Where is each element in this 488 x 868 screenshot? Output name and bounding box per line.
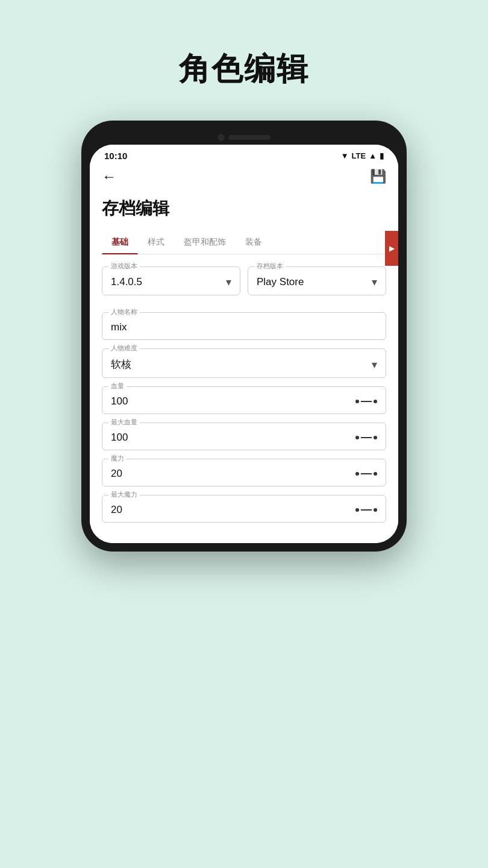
mp-value: 20 [111, 468, 122, 480]
max-hp-value: 100 [111, 432, 128, 444]
difficulty-dropdown-icon: ▾ [372, 358, 377, 371]
tab-armor[interactable]: 盔甲和配饰 [174, 231, 236, 254]
hp-value-row: 100 [111, 395, 377, 407]
phone-screen: 10:10 ▼ LTE ▲ ▮ ← 💾 存档编辑 基础 样式 盔甲和配饰 装备 [90, 145, 398, 543]
mp-label: 魔力 [108, 454, 127, 463]
save-version-dropdown-icon: ▾ [372, 275, 377, 289]
app-bar: ← 💾 [90, 165, 398, 191]
game-version-value-row: 1.4.0.5 ▾ [111, 275, 231, 289]
max-hp-value-row: 100 [111, 432, 377, 444]
difficulty-label: 人物难度 [108, 344, 140, 353]
difficulty-value-row: 软核 ▾ [111, 357, 377, 371]
difficulty-field[interactable]: 人物难度 软核 ▾ [102, 348, 386, 378]
version-row: 游戏版本 1.4.0.5 ▾ 存档版本 Play Store ▾ [102, 266, 386, 304]
max-hp-label: 最大血量 [108, 418, 140, 427]
save-version-value: Play Store [257, 276, 304, 288]
save-version-label: 存档版本 [254, 262, 286, 271]
screen-title: 存档编辑 [102, 197, 386, 220]
save-version-field[interactable]: 存档版本 Play Store ▾ [248, 266, 386, 295]
max-mp-field[interactable]: 最大魔力 20 [102, 495, 386, 523]
page-title: 角色编辑 [179, 48, 309, 90]
hp-label: 血量 [108, 382, 127, 391]
phone-notch [90, 129, 398, 145]
game-version-value: 1.4.0.5 [111, 276, 142, 288]
game-version-field[interactable]: 游戏版本 1.4.0.5 ▾ [102, 266, 240, 295]
character-name-field[interactable]: 人物名称 mix [102, 312, 386, 340]
back-button[interactable]: ← [102, 168, 116, 185]
wifi-icon: ▼ [341, 151, 349, 160]
tabs-row: 基础 样式 盔甲和配饰 装备 [102, 231, 386, 254]
status-time: 10:10 [104, 151, 127, 161]
max-mp-value: 20 [111, 504, 122, 516]
save-version-value-row: Play Store ▾ [257, 275, 377, 289]
max-mp-value-row: 20 [111, 504, 377, 516]
hp-field[interactable]: 血量 100 [102, 386, 386, 414]
hp-value: 100 [111, 395, 128, 407]
battery-icon: ▮ [380, 151, 384, 160]
mp-field[interactable]: 魔力 20 [102, 459, 386, 486]
signal-icon: ▲ [369, 151, 377, 160]
max-hp-field[interactable]: 最大血量 100 [102, 423, 386, 450]
max-mp-label: 最大魔力 [108, 490, 140, 499]
status-icons: ▼ LTE ▲ ▮ [341, 151, 384, 160]
max-mp-stepper[interactable] [355, 508, 377, 512]
phone-speaker [228, 135, 271, 140]
hp-stepper[interactable] [355, 400, 377, 403]
tab-basics[interactable]: 基础 [102, 231, 138, 254]
mp-value-row: 20 [111, 468, 377, 480]
screen-content: 存档编辑 基础 样式 盔甲和配饰 装备 ▶ 游戏版本 1.4.0.5 [90, 191, 398, 543]
character-name-value: mix [111, 321, 377, 333]
difficulty-value: 软核 [111, 357, 131, 371]
character-name-label: 人物名称 [108, 307, 140, 316]
game-version-dropdown-icon: ▾ [226, 275, 231, 289]
lte-label: LTE [352, 151, 366, 160]
phone-camera [217, 134, 225, 141]
max-hp-stepper[interactable] [355, 436, 377, 439]
phone-wrapper: 10:10 ▼ LTE ▲ ▮ ← 💾 存档编辑 基础 样式 盔甲和配饰 装备 [81, 121, 407, 552]
tab-overflow-indicator: ▶ [385, 231, 398, 266]
tab-style[interactable]: 样式 [138, 231, 174, 254]
tab-equipment[interactable]: 装备 [236, 231, 272, 254]
game-version-label: 游戏版本 [108, 262, 140, 271]
save-button[interactable]: 💾 [370, 169, 386, 184]
status-bar: 10:10 ▼ LTE ▲ ▮ [90, 145, 398, 165]
mp-stepper[interactable] [355, 472, 377, 476]
